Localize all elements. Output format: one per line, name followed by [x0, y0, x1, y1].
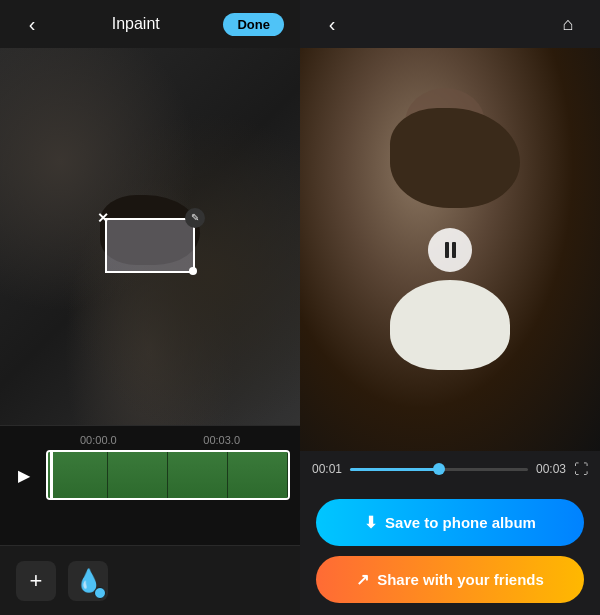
left-header: ‹ Inpaint Done [0, 0, 300, 48]
left-panel: ‹ Inpaint Done ✕ ✎ 00:00.0 00:03.0 ▶ [0, 0, 300, 615]
share-label: Share with your friends [377, 571, 544, 588]
time-start-label: 00:01 [312, 462, 342, 476]
right-back-button[interactable]: ‹ [316, 8, 348, 40]
progress-track[interactable] [350, 468, 528, 471]
water-tool-button[interactable]: 💧 [68, 561, 108, 601]
cat-body-dark [390, 108, 520, 208]
pause-bar-left [445, 242, 449, 258]
film-frame [228, 452, 288, 498]
film-frame [168, 452, 228, 498]
timeline-end: 00:03.0 [203, 434, 240, 446]
home-button[interactable]: ⌂ [552, 8, 584, 40]
film-frame [48, 452, 108, 498]
share-icon: ↗ [356, 570, 369, 589]
pause-icon [445, 242, 456, 258]
selection-close-icon[interactable]: ✕ [97, 210, 109, 226]
film-strip[interactable] [46, 450, 290, 500]
add-tool-button[interactable]: + [16, 561, 56, 601]
selection-edit-icon[interactable]: ✎ [185, 208, 205, 228]
back-button[interactable]: ‹ [16, 8, 48, 40]
bottom-tools: + 💧 [0, 545, 300, 615]
timeline-row: ▶ [0, 450, 300, 500]
right-panel: ‹ ⌂ 00:01 00:03 ⛶ ⬇ Save to phone album [300, 0, 600, 615]
timeline-start: 00:00.0 [80, 434, 117, 446]
progress-area: 00:01 00:03 ⛶ [300, 451, 600, 487]
save-icon: ⬇ [364, 513, 377, 532]
tool-active-badge [94, 587, 106, 599]
video-canvas: ✕ ✎ [0, 48, 300, 425]
progress-thumb[interactable] [433, 463, 445, 475]
film-frame [108, 452, 168, 498]
timeline-timestamps: 00:00.0 00:03.0 [0, 434, 300, 450]
save-label: Save to phone album [385, 514, 536, 531]
right-header: ‹ ⌂ [300, 0, 600, 48]
fullscreen-icon[interactable]: ⛶ [574, 461, 588, 477]
page-title: Inpaint [112, 15, 160, 33]
cat-body-white [390, 280, 510, 370]
left-video-area: ✕ ✎ [0, 48, 300, 425]
time-end-label: 00:03 [536, 462, 566, 476]
selection-box[interactable]: ✕ ✎ [105, 218, 195, 273]
timeline-cursor[interactable] [50, 450, 53, 500]
action-buttons: ⬇ Save to phone album ↗ Share with your … [300, 487, 600, 615]
selection-resize-handle[interactable] [189, 267, 197, 275]
timeline-area: 00:00.0 00:03.0 ▶ [0, 425, 300, 545]
pause-button[interactable] [428, 228, 472, 272]
pause-bar-right [452, 242, 456, 258]
save-to-album-button[interactable]: ⬇ Save to phone album [316, 499, 584, 546]
right-video-area [300, 48, 600, 451]
progress-fill [350, 468, 439, 471]
play-button[interactable]: ▶ [10, 461, 38, 489]
done-button[interactable]: Done [223, 13, 284, 36]
share-with-friends-button[interactable]: ↗ Share with your friends [316, 556, 584, 603]
